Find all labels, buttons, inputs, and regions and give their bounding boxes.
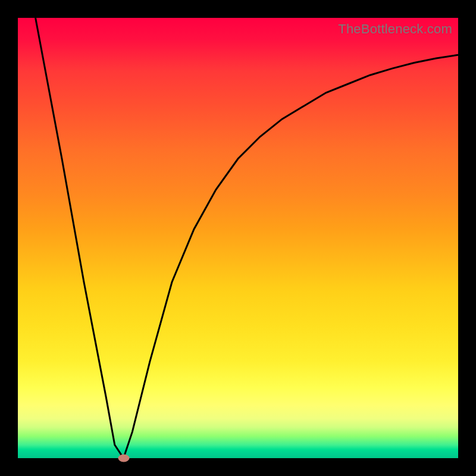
curve-path (36, 18, 458, 458)
plot-area: TheBottleneck.com (18, 18, 458, 458)
curve-svg (18, 18, 458, 458)
chart-container: TheBottleneck.com (0, 0, 476, 476)
optimum-marker (118, 455, 129, 462)
